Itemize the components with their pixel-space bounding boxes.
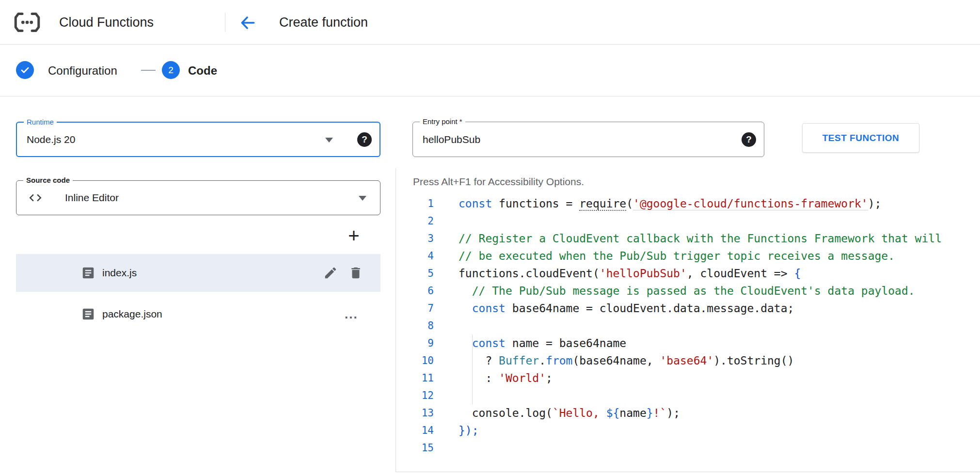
code-line-text: console.log(`Hello, ${name}!`);	[458, 404, 680, 422]
line-number: 11	[396, 369, 434, 387]
code-line[interactable]: 7 const base64name = cloudEvent.data.mes…	[396, 300, 980, 317]
code-line-text	[458, 439, 465, 457]
code-line-text	[458, 212, 465, 230]
file-icon	[81, 307, 95, 321]
more-options-icon[interactable]: ...	[345, 307, 358, 322]
cloud-functions-logo-icon	[13, 8, 42, 37]
runtime-select[interactable]: Runtime Node.js 20 ?	[16, 122, 380, 157]
code-line-text: const functions = require('@google-cloud…	[458, 195, 881, 212]
step-connector	[141, 70, 156, 71]
line-number: 15	[396, 439, 434, 457]
entry-point-help-icon[interactable]: ?	[742, 132, 756, 147]
chevron-down-icon[interactable]	[325, 138, 333, 143]
accessibility-hint: Press Alt+F1 for Accessibility Options.	[413, 176, 584, 188]
code-line[interactable]: 5functions.cloudEvent('helloPubSub', clo…	[396, 265, 980, 282]
code-line-text: // Register a CloudEvent callback with t…	[458, 230, 942, 247]
code-line[interactable]: 4// be executed when the Pub/Sub trigger…	[396, 247, 980, 265]
edit-file-icon[interactable]	[323, 266, 338, 280]
entry-point-value: helloPubSub	[423, 122, 480, 157]
file-name: package.json	[102, 308, 162, 320]
code-line-text: const base64name = cloudEvent.data.messa…	[458, 300, 794, 317]
product-title[interactable]: Cloud Functions	[59, 0, 154, 45]
line-number: 9	[396, 334, 434, 352]
code-line[interactable]: 13 console.log(`Hello, ${name}!`);	[396, 404, 980, 422]
file-name: index.js	[102, 267, 137, 279]
code-line[interactable]: 6 // The Pub/Sub message is passed as th…	[396, 282, 980, 300]
code-line[interactable]: 8	[396, 317, 980, 334]
code-line-text: ? Buffer.from(base64name, 'base64').toSt…	[458, 352, 794, 369]
back-arrow-icon[interactable]	[238, 14, 257, 32]
code-line-text	[458, 387, 465, 404]
code-editor-panel[interactable]: Press Alt+F1 for Accessibility Options. …	[395, 168, 980, 472]
file-row-package-json[interactable]: package.json ...	[16, 295, 380, 333]
header-divider	[225, 13, 225, 32]
code-line[interactable]: 1const functions = require('@google-clou…	[396, 195, 980, 212]
code-line[interactable]: 9 const name = base64name	[396, 334, 980, 352]
step-code-label[interactable]: Code	[188, 45, 217, 96]
line-number: 13	[396, 404, 434, 422]
line-number: 8	[396, 317, 434, 334]
code-line-text: functions.cloudEvent('helloPubSub', clou…	[458, 265, 801, 282]
code-line-text: // The Pub/Sub message is passed as the …	[458, 282, 915, 300]
runtime-help-icon[interactable]: ?	[357, 132, 372, 147]
runtime-value: Node.js 20	[27, 123, 75, 156]
add-file-button[interactable]: +	[341, 223, 366, 248]
test-function-button[interactable]: TEST FUNCTION	[802, 123, 919, 153]
code-line-text	[458, 317, 465, 334]
step-configuration-check-icon[interactable]	[16, 61, 34, 79]
code-line-text: });	[458, 422, 479, 439]
delete-file-icon[interactable]	[348, 266, 363, 280]
file-icon	[81, 266, 95, 280]
line-number: 7	[396, 300, 434, 317]
chevron-down-icon[interactable]	[359, 196, 366, 201]
code-lines[interactable]: 1const functions = require('@google-clou…	[396, 195, 980, 457]
step-code-number[interactable]: 2	[162, 61, 180, 79]
line-number: 14	[396, 422, 434, 439]
source-code-value: Inline Editor	[65, 181, 119, 215]
code-line-text: const name = base64name	[458, 334, 626, 352]
line-number: 3	[396, 230, 434, 247]
code-line[interactable]: 12	[396, 387, 980, 404]
line-number: 6	[396, 282, 434, 300]
line-number: 4	[396, 247, 434, 265]
code-line-text: : 'World';	[458, 369, 553, 387]
code-line[interactable]: 2	[396, 212, 980, 230]
line-number: 12	[396, 387, 434, 404]
code-line-text: // be executed when the Pub/Sub trigger …	[458, 247, 895, 265]
source-code-select[interactable]: Source code Inline Editor	[16, 180, 380, 215]
file-row-index-js[interactable]: index.js	[16, 254, 380, 292]
line-number: 10	[396, 352, 434, 369]
line-number: 1	[396, 195, 434, 212]
page-title: Create function	[279, 0, 368, 45]
line-number: 2	[396, 212, 434, 230]
stepper: Configuration 2 Code	[0, 45, 980, 96]
code-line[interactable]: 15	[396, 439, 980, 457]
app-header: Cloud Functions Create function	[0, 0, 980, 45]
code-line[interactable]: 3// Register a CloudEvent callback with …	[396, 230, 980, 247]
step-configuration-label[interactable]: Configuration	[48, 45, 117, 96]
code-line[interactable]: 14});	[396, 422, 980, 439]
create-function-page: Cloud Functions Create function Configur…	[0, 0, 980, 476]
entry-point-field[interactable]: Entry point * helloPubSub ?	[412, 122, 764, 157]
line-number: 5	[396, 265, 434, 282]
code-line[interactable]: 10 ? Buffer.from(base64name, 'base64').t…	[396, 352, 980, 369]
inline-editor-code-icon	[28, 190, 43, 205]
code-line[interactable]: 11 : 'World';	[396, 369, 980, 387]
